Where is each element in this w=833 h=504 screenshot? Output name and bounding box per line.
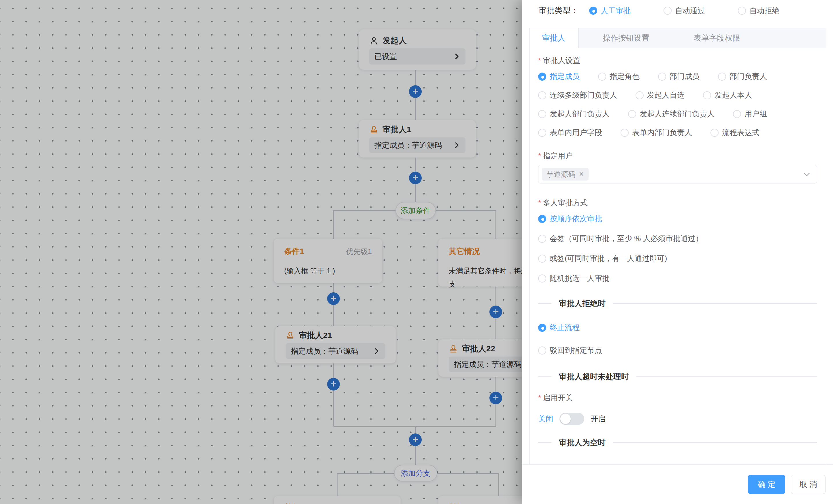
radio-starter-dept-leader[interactable]: 发起人部门负责人 <box>538 109 610 119</box>
radio-icon <box>538 275 546 282</box>
confirm-button[interactable]: 确 定 <box>748 475 785 494</box>
enable-switch-label: * 启用开关 <box>538 393 817 403</box>
chevron-down-icon <box>803 170 811 179</box>
empty-approver-divider: 审批人为空时 <box>538 437 817 448</box>
radio-icon <box>538 235 546 243</box>
drawer-footer: 确 定 取 消 <box>522 464 833 504</box>
user-tag: 芋道源码 ✕ <box>542 168 589 181</box>
empty-approver-title: 审批人为空时 <box>559 437 605 448</box>
switch-on-label: 开启 <box>591 414 605 424</box>
radio-starter-self[interactable]: 发起人本人 <box>703 90 752 100</box>
radio-icon <box>703 91 711 99</box>
radio-icon <box>733 110 741 118</box>
tab-form-field-permissions[interactable]: 表单字段权限 <box>674 28 760 48</box>
radio-assign-member[interactable]: 指定成员 <box>538 71 580 81</box>
timeout-switch-row: 关闭 开启 <box>538 413 817 425</box>
timeout-section-title: 审批人超时未处理时 <box>559 372 629 382</box>
tab-button-settings[interactable]: 操作按钮设置 <box>578 28 674 48</box>
radio-icon <box>538 324 546 332</box>
approve-type-row: 审批类型： 人工审批 自动通过 自动拒绝 <box>539 5 779 16</box>
radio-multi-level-dept-leader[interactable]: 连续多级部门负责人 <box>538 90 617 100</box>
radio-countersign[interactable]: 会签（可同时审批，至少 % 人必须审批通过） <box>538 233 817 244</box>
radio-icon <box>538 73 546 81</box>
radio-form-dept-leader[interactable]: 表单内部门负责人 <box>621 128 692 138</box>
radio-icon <box>538 255 546 263</box>
timeout-toggle[interactable] <box>560 413 584 425</box>
switch-off-label: 关闭 <box>538 414 553 424</box>
radio-icon <box>589 7 597 15</box>
approver-setting-label: * 审批人设置 <box>538 56 817 66</box>
radio-sequential-approve[interactable]: 按顺序依次审批 <box>538 214 817 224</box>
approve-type-label: 审批类型： <box>539 5 579 16</box>
radio-manual-approve[interactable]: 人工审批 <box>589 6 630 16</box>
reject-section-divider: 审批人拒绝时 <box>538 298 817 309</box>
radio-dept-leader[interactable]: 部门负责人 <box>718 71 767 81</box>
radio-icon <box>658 73 666 81</box>
radio-terminate-process[interactable]: 终止流程 <box>538 323 817 333</box>
tab-bar: 审批人 操作按钮设置 表单字段权限 <box>529 28 826 48</box>
radio-process-expression[interactable]: 流程表达式 <box>711 128 760 138</box>
radio-icon <box>538 347 546 355</box>
radio-icon <box>664 7 672 15</box>
radio-icon <box>621 129 629 137</box>
radio-icon <box>738 7 746 15</box>
radio-orsign[interactable]: 或签(可同时审批，有一人通过即可) <box>538 253 817 263</box>
radio-starter-select[interactable]: 发起人自选 <box>636 90 685 100</box>
assign-user-label: * 指定用户 <box>538 151 817 161</box>
settings-tab-card: 审批人 操作按钮设置 表单字段权限 * 审批人设置 指定成员 指定角色 部门成员… <box>529 28 826 464</box>
radio-user-group[interactable]: 用户组 <box>733 109 767 119</box>
reject-section-title: 审批人拒绝时 <box>559 298 605 309</box>
timeout-section-divider: 审批人超时未处理时 <box>538 372 817 382</box>
radio-random-one[interactable]: 随机挑选一人审批 <box>538 273 817 283</box>
radio-return-to-node[interactable]: 驳回到指定节点 <box>538 345 817 355</box>
radio-dept-member[interactable]: 部门成员 <box>658 71 699 81</box>
radio-icon <box>628 110 636 118</box>
approver-settings-drawer: 审批类型： 人工审批 自动通过 自动拒绝 审批人 操作按钮设置 表单字段权限 *… <box>522 0 833 504</box>
radio-auto-reject[interactable]: 自动拒绝 <box>738 6 779 16</box>
required-asterisk: * <box>538 151 541 160</box>
tag-close-icon[interactable]: ✕ <box>579 171 584 178</box>
assign-user-select[interactable]: 芋道源码 ✕ <box>538 165 817 183</box>
radio-icon <box>718 73 726 81</box>
radio-icon <box>538 129 546 137</box>
radio-starter-multi-dept-leader[interactable]: 发起人连续部门负责人 <box>628 109 715 119</box>
radio-icon <box>538 215 546 223</box>
tab-approver[interactable]: 审批人 <box>529 28 578 48</box>
required-asterisk: * <box>538 56 541 65</box>
required-asterisk: * <box>538 198 541 207</box>
required-asterisk: * <box>538 394 541 402</box>
radio-form-user-field[interactable]: 表单内用户字段 <box>538 128 602 138</box>
multi-mode-label: * 多人审批方式 <box>538 198 817 208</box>
radio-icon <box>598 73 606 81</box>
radio-icon <box>538 91 546 99</box>
radio-icon <box>538 110 546 118</box>
radio-assign-role[interactable]: 指定角色 <box>598 71 640 81</box>
tab-content: * 审批人设置 指定成员 指定角色 部门成员 部门负责人 连续多级部门负责人 发… <box>529 48 826 450</box>
cancel-button[interactable]: 取 消 <box>791 475 826 494</box>
radio-auto-pass[interactable]: 自动通过 <box>664 6 705 16</box>
radio-icon <box>636 91 644 99</box>
radio-icon <box>711 129 719 137</box>
